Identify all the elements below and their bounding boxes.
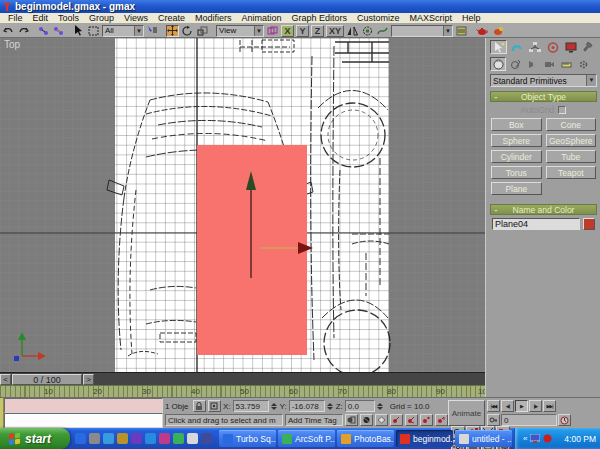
- top-viewport[interactable]: Top: [0, 38, 485, 372]
- select-and-move-icon[interactable]: [166, 25, 179, 37]
- time-slider-track[interactable]: < 0 / 100 >: [0, 372, 485, 385]
- cylinder-button[interactable]: Cylinder: [491, 150, 542, 163]
- restrict-xy-plane-button[interactable]: XY: [326, 25, 344, 37]
- spinner-snap-icon[interactable]: [435, 414, 448, 426]
- tab-modify[interactable]: [508, 40, 525, 54]
- menu-modifiers[interactable]: Modifiers: [190, 13, 237, 24]
- category-lights[interactable]: [524, 57, 540, 71]
- tab-hierarchy[interactable]: [526, 40, 543, 54]
- reference-coordinate-dropdown[interactable]: View ▼: [216, 25, 264, 37]
- object-type-rollout-header[interactable]: - Object Type: [490, 91, 597, 102]
- tray-display-icon[interactable]: [530, 434, 540, 443]
- redo-icon[interactable]: [17, 25, 30, 37]
- restrict-z-button[interactable]: Z: [311, 25, 324, 37]
- geosphere-button[interactable]: GeoSphere: [546, 134, 597, 147]
- task-untitled-notepad[interactable]: untitled - ...: [455, 430, 512, 447]
- named-selection-dropdown[interactable]: ▼: [391, 25, 453, 37]
- y-coordinate-field[interactable]: -16.078: [289, 400, 325, 412]
- quick-launch-messenger-icon[interactable]: [173, 433, 184, 444]
- degradation-override-icon[interactable]: [375, 414, 388, 426]
- time-configuration-icon[interactable]: [558, 414, 571, 426]
- align-icon[interactable]: [361, 25, 374, 37]
- start-button[interactable]: start: [0, 428, 70, 449]
- select-object-icon[interactable]: [72, 25, 85, 37]
- selection-filter-dropdown[interactable]: All ▼: [102, 25, 144, 37]
- listener-macro-row[interactable]: [4, 398, 163, 413]
- select-and-rotate-icon[interactable]: [181, 25, 194, 37]
- select-and-link-icon[interactable]: [37, 25, 50, 37]
- tab-display[interactable]: [562, 40, 579, 54]
- animate-button[interactable]: Animate: [448, 400, 485, 426]
- taskbar-clock[interactable]: 4:00 PM: [564, 434, 596, 444]
- rectangular-selection-region-icon[interactable]: [87, 25, 100, 37]
- quick-launch-app1-icon[interactable]: [131, 433, 142, 444]
- y-spinner[interactable]: [327, 400, 334, 412]
- quick-launch-folder-icon[interactable]: [117, 433, 128, 444]
- snap-toggle-icon[interactable]: [390, 414, 403, 426]
- category-shapes[interactable]: [507, 57, 523, 71]
- selection-lock-icon[interactable]: [193, 400, 206, 412]
- tray-alert-icon[interactable]: [543, 434, 552, 443]
- plane-button[interactable]: Plane: [491, 182, 542, 195]
- menu-edit[interactable]: Edit: [28, 13, 54, 24]
- category-helpers[interactable]: [558, 57, 574, 71]
- quick-render-icon[interactable]: [491, 25, 505, 37]
- angle-snap-icon[interactable]: [405, 414, 418, 426]
- task-arcsoft[interactable]: ArcSoft P...: [278, 430, 335, 447]
- quick-launch-app5-icon[interactable]: [201, 433, 212, 444]
- window-selection-icon[interactable]: [360, 414, 373, 426]
- quick-launch-desktop-icon[interactable]: [89, 433, 100, 444]
- menu-animation[interactable]: Animation: [236, 13, 286, 24]
- absolute-offset-toggle-icon[interactable]: [208, 400, 221, 412]
- cone-button[interactable]: Cone: [546, 118, 597, 131]
- current-frame-field[interactable]: 0: [501, 414, 557, 426]
- autogrid-checkbox[interactable]: [558, 106, 566, 114]
- key-mode-toggle-icon[interactable]: [487, 414, 500, 426]
- torus-button[interactable]: Torus: [491, 166, 542, 179]
- viewport-label[interactable]: Top: [4, 39, 20, 50]
- menu-views[interactable]: Views: [119, 13, 153, 24]
- restrict-x-button[interactable]: X: [281, 25, 294, 37]
- menu-help[interactable]: Help: [457, 13, 486, 24]
- x-coordinate-field[interactable]: 53.759: [233, 400, 269, 412]
- maxscript-mini-listener[interactable]: [0, 398, 163, 428]
- track-bar[interactable]: 10 20 30 40 50 60 70 80 90 100: [0, 385, 485, 397]
- name-color-rollout-header[interactable]: - Name and Color: [490, 204, 597, 215]
- time-slider-prev-button[interactable]: <: [0, 374, 11, 385]
- task-photobase[interactable]: PhotoBas...: [337, 430, 394, 447]
- z-spinner[interactable]: [377, 400, 384, 412]
- object-color-swatch[interactable]: [583, 218, 595, 230]
- render-scene-icon[interactable]: [475, 25, 489, 37]
- go-to-start-button[interactable]: |◀◀: [487, 400, 500, 412]
- menu-customize[interactable]: Customize: [352, 13, 405, 24]
- tube-button[interactable]: Tube: [546, 150, 597, 163]
- curve-editor-icon[interactable]: [376, 25, 389, 37]
- menu-create[interactable]: Create: [153, 13, 190, 24]
- play-button[interactable]: ▶: [515, 400, 528, 412]
- unlink-icon[interactable]: [52, 25, 65, 37]
- task-turbo-squid[interactable]: Turbo Sq...: [219, 430, 276, 447]
- select-by-name-icon[interactable]: [146, 25, 159, 37]
- tab-utilities[interactable]: [580, 40, 597, 54]
- z-coordinate-field[interactable]: 0.0: [345, 400, 375, 412]
- primitive-category-dropdown[interactable]: Standard Primitives ▼: [490, 74, 597, 87]
- quick-launch-app3-icon[interactable]: [159, 433, 170, 444]
- next-frame-button[interactable]: |▶: [529, 400, 542, 412]
- category-cameras[interactable]: [541, 57, 557, 71]
- listener-script-row[interactable]: [4, 413, 163, 428]
- previous-frame-button[interactable]: ◀|: [501, 400, 514, 412]
- menu-group[interactable]: Group: [84, 13, 119, 24]
- x-spinner[interactable]: [271, 400, 278, 412]
- sphere-button[interactable]: Sphere: [491, 134, 542, 147]
- tab-motion[interactable]: [544, 40, 561, 54]
- task-beginmodel-gmax[interactable]: beginmod...: [396, 430, 453, 447]
- menu-graph-editors[interactable]: Graph Editors: [286, 13, 352, 24]
- use-center-flyout-icon[interactable]: [266, 25, 279, 37]
- crossing-selection-icon[interactable]: [345, 414, 358, 426]
- category-systems[interactable]: [575, 57, 591, 71]
- undo-icon[interactable]: [2, 25, 15, 37]
- viewport-canvas[interactable]: [0, 38, 485, 372]
- menu-file[interactable]: File: [3, 13, 28, 24]
- object-name-input[interactable]: Plane04: [492, 218, 580, 230]
- time-slider-next-button[interactable]: >: [83, 374, 94, 385]
